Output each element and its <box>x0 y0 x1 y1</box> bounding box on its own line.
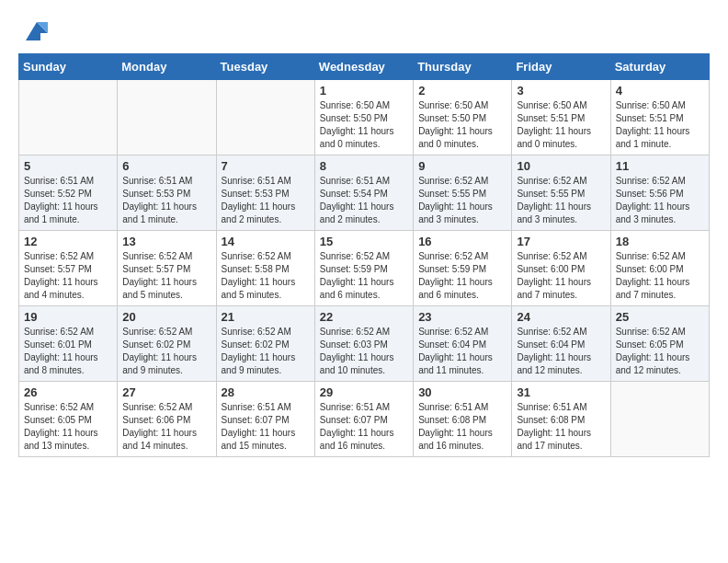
day-number: 14 <box>222 235 310 248</box>
day-info: Sunrise: 6:51 AM Sunset: 5:53 PM Dayligh… <box>222 175 310 226</box>
calendar-cell: 22Sunrise: 6:52 AM Sunset: 6:03 PM Dayli… <box>314 306 413 382</box>
day-number: 8 <box>320 159 408 173</box>
day-number: 5 <box>24 159 112 173</box>
day-number: 25 <box>616 310 704 324</box>
day-info: Sunrise: 6:52 AM Sunset: 6:01 PM Dayligh… <box>24 326 112 377</box>
calendar-table: SundayMondayTuesdayWednesdayThursdayFrid… <box>18 53 710 457</box>
calendar-cell: 1Sunrise: 6:50 AM Sunset: 5:50 PM Daylig… <box>314 80 413 155</box>
calendar-cell: 16Sunrise: 6:52 AM Sunset: 5:59 PM Dayli… <box>414 231 512 306</box>
day-info: Sunrise: 6:52 AM Sunset: 5:57 PM Dayligh… <box>122 250 210 302</box>
calendar-header-row: SundayMondayTuesdayWednesdayThursdayFrid… <box>19 54 710 80</box>
day-header-saturday: Saturday <box>610 54 709 80</box>
calendar-cell: 11Sunrise: 6:52 AM Sunset: 5:56 PM Dayli… <box>610 155 709 231</box>
day-info: Sunrise: 6:52 AM Sunset: 6:03 PM Dayligh… <box>320 326 408 377</box>
day-info: Sunrise: 6:51 AM Sunset: 5:53 PM Dayligh… <box>122 175 210 226</box>
day-number: 22 <box>320 310 408 324</box>
day-number: 18 <box>616 235 704 248</box>
calendar-cell: 30Sunrise: 6:51 AM Sunset: 6:08 PM Dayli… <box>414 382 512 457</box>
calendar-cell <box>216 80 314 155</box>
day-number: 26 <box>24 385 112 399</box>
day-number: 16 <box>418 235 506 248</box>
day-info: Sunrise: 6:52 AM Sunset: 6:04 PM Dayligh… <box>517 326 605 377</box>
day-header-sunday: Sunday <box>19 54 118 80</box>
calendar-cell: 8Sunrise: 6:51 AM Sunset: 5:54 PM Daylig… <box>314 155 413 231</box>
day-number: 9 <box>418 159 506 173</box>
calendar-cell: 20Sunrise: 6:52 AM Sunset: 6:02 PM Dayli… <box>118 306 216 382</box>
calendar-cell: 9Sunrise: 6:52 AM Sunset: 5:55 PM Daylig… <box>414 155 512 231</box>
day-number: 1 <box>320 84 408 98</box>
calendar-cell: 10Sunrise: 6:52 AM Sunset: 5:55 PM Dayli… <box>512 155 610 231</box>
calendar-cell: 29Sunrise: 6:51 AM Sunset: 6:07 PM Dayli… <box>314 382 413 457</box>
day-number: 12 <box>24 235 112 248</box>
day-info: Sunrise: 6:52 AM Sunset: 6:06 PM Dayligh… <box>122 401 210 453</box>
day-number: 27 <box>122 385 210 399</box>
day-number: 11 <box>616 159 704 173</box>
logo <box>18 15 51 44</box>
calendar-cell: 19Sunrise: 6:52 AM Sunset: 6:01 PM Dayli… <box>19 306 118 382</box>
calendar-cell: 31Sunrise: 6:51 AM Sunset: 6:08 PM Dayli… <box>512 382 610 457</box>
calendar-cell <box>610 382 709 457</box>
calendar-cell: 27Sunrise: 6:52 AM Sunset: 6:06 PM Dayli… <box>118 382 216 457</box>
calendar-cell: 14Sunrise: 6:52 AM Sunset: 5:58 PM Dayli… <box>216 231 314 306</box>
day-info: Sunrise: 6:51 AM Sunset: 6:07 PM Dayligh… <box>222 401 310 453</box>
day-header-thursday: Thursday <box>414 54 512 80</box>
day-info: Sunrise: 6:52 AM Sunset: 6:04 PM Dayligh… <box>418 326 506 377</box>
calendar-cell: 21Sunrise: 6:52 AM Sunset: 6:02 PM Dayli… <box>216 306 314 382</box>
calendar-cell <box>19 80 118 155</box>
day-number: 3 <box>517 84 605 98</box>
calendar-cell: 7Sunrise: 6:51 AM Sunset: 5:53 PM Daylig… <box>216 155 314 231</box>
calendar-week-row: 26Sunrise: 6:52 AM Sunset: 6:05 PM Dayli… <box>19 382 710 457</box>
day-info: Sunrise: 6:52 AM Sunset: 6:02 PM Dayligh… <box>222 326 310 377</box>
day-info: Sunrise: 6:52 AM Sunset: 5:58 PM Dayligh… <box>222 250 310 302</box>
day-number: 31 <box>517 385 605 399</box>
day-info: Sunrise: 6:51 AM Sunset: 6:08 PM Dayligh… <box>418 401 506 453</box>
calendar-cell: 15Sunrise: 6:52 AM Sunset: 5:59 PM Dayli… <box>314 231 413 306</box>
day-info: Sunrise: 6:51 AM Sunset: 6:08 PM Dayligh… <box>517 401 605 453</box>
day-info: Sunrise: 6:52 AM Sunset: 5:59 PM Dayligh… <box>320 250 408 302</box>
day-info: Sunrise: 6:50 AM Sunset: 5:51 PM Dayligh… <box>616 99 704 151</box>
calendar-week-row: 5Sunrise: 6:51 AM Sunset: 5:52 PM Daylig… <box>19 155 710 231</box>
day-number: 2 <box>418 84 506 98</box>
page-header <box>18 9 710 44</box>
day-info: Sunrise: 6:52 AM Sunset: 5:56 PM Dayligh… <box>616 175 704 226</box>
calendar-cell: 5Sunrise: 6:51 AM Sunset: 5:52 PM Daylig… <box>19 155 118 231</box>
calendar-cell: 25Sunrise: 6:52 AM Sunset: 6:05 PM Dayli… <box>610 306 709 382</box>
calendar-week-row: 12Sunrise: 6:52 AM Sunset: 5:57 PM Dayli… <box>19 231 710 306</box>
day-number: 20 <box>122 310 210 324</box>
day-number: 15 <box>320 235 408 248</box>
calendar-cell: 6Sunrise: 6:51 AM Sunset: 5:53 PM Daylig… <box>118 155 216 231</box>
day-number: 23 <box>418 310 506 324</box>
day-info: Sunrise: 6:52 AM Sunset: 6:02 PM Dayligh… <box>122 326 210 377</box>
day-number: 28 <box>222 385 310 399</box>
day-info: Sunrise: 6:52 AM Sunset: 5:55 PM Dayligh… <box>418 175 506 226</box>
day-header-tuesday: Tuesday <box>216 54 314 80</box>
calendar-cell: 3Sunrise: 6:50 AM Sunset: 5:51 PM Daylig… <box>512 80 610 155</box>
calendar-cell: 4Sunrise: 6:50 AM Sunset: 5:51 PM Daylig… <box>610 80 709 155</box>
calendar-cell: 26Sunrise: 6:52 AM Sunset: 6:05 PM Dayli… <box>19 382 118 457</box>
calendar-cell: 18Sunrise: 6:52 AM Sunset: 6:00 PM Dayli… <box>610 231 709 306</box>
calendar-cell: 23Sunrise: 6:52 AM Sunset: 6:04 PM Dayli… <box>414 306 512 382</box>
calendar-cell: 13Sunrise: 6:52 AM Sunset: 5:57 PM Dayli… <box>118 231 216 306</box>
day-info: Sunrise: 6:50 AM Sunset: 5:51 PM Dayligh… <box>517 99 605 151</box>
day-info: Sunrise: 6:51 AM Sunset: 6:07 PM Dayligh… <box>320 401 408 453</box>
day-number: 10 <box>517 159 605 173</box>
day-info: Sunrise: 6:52 AM Sunset: 6:05 PM Dayligh… <box>616 326 704 377</box>
day-number: 6 <box>122 159 210 173</box>
day-info: Sunrise: 6:52 AM Sunset: 5:59 PM Dayligh… <box>418 250 506 302</box>
calendar-cell <box>118 80 216 155</box>
day-info: Sunrise: 6:52 AM Sunset: 6:00 PM Dayligh… <box>517 250 605 302</box>
day-header-monday: Monday <box>118 54 216 80</box>
day-info: Sunrise: 6:51 AM Sunset: 5:52 PM Dayligh… <box>24 175 112 226</box>
calendar-cell: 17Sunrise: 6:52 AM Sunset: 6:00 PM Dayli… <box>512 231 610 306</box>
day-header-wednesday: Wednesday <box>314 54 413 80</box>
day-number: 17 <box>517 235 605 248</box>
day-info: Sunrise: 6:52 AM Sunset: 6:05 PM Dayligh… <box>24 401 112 453</box>
day-number: 4 <box>616 84 704 98</box>
day-header-friday: Friday <box>512 54 610 80</box>
day-info: Sunrise: 6:52 AM Sunset: 5:55 PM Dayligh… <box>517 175 605 226</box>
day-number: 19 <box>24 310 112 324</box>
calendar-week-row: 19Sunrise: 6:52 AM Sunset: 6:01 PM Dayli… <box>19 306 710 382</box>
logo-icon <box>22 15 51 44</box>
day-number: 29 <box>320 385 408 399</box>
day-info: Sunrise: 6:52 AM Sunset: 5:57 PM Dayligh… <box>24 250 112 302</box>
